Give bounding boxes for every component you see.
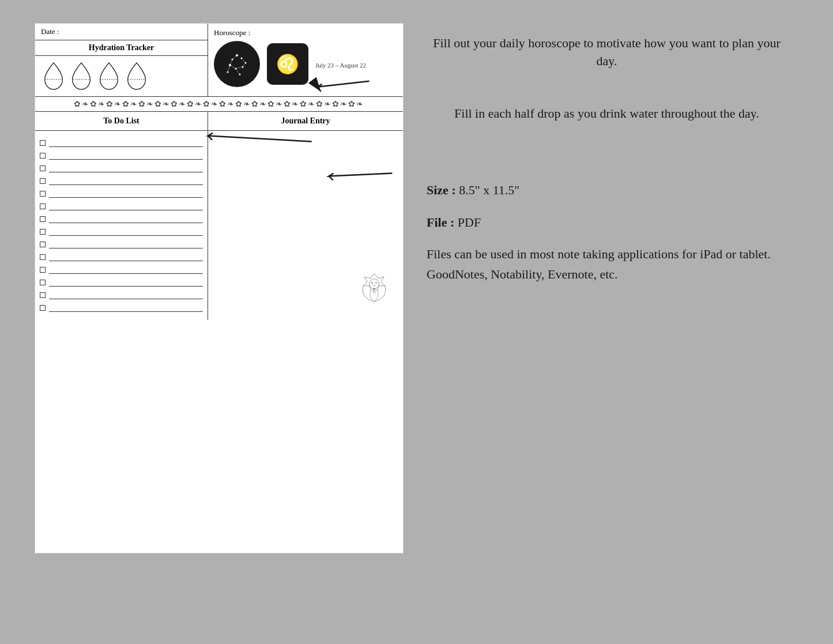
list-item (40, 266, 203, 274)
checkbox-11[interactable] (40, 267, 46, 273)
decorative-divider: ✿❧✿❧✿❧✿❧✿❧✿❧✿❧✿❧✿❧✿❧✿❧✿❧✿❧✿❧✿❧✿❧✿❧✿❧ (35, 97, 403, 112)
list-item (40, 215, 203, 223)
horoscope-col: Horoscope : (208, 24, 403, 96)
svg-point-24 (375, 282, 377, 284)
checkbox-5[interactable] (40, 191, 46, 197)
journal-col: Journal Entry (208, 112, 403, 320)
svg-line-13 (232, 55, 237, 59)
svg-line-14 (230, 59, 232, 65)
checkbox-2[interactable] (40, 153, 46, 159)
checkbox-7[interactable] (40, 216, 46, 222)
todo-col: To Do List (35, 112, 208, 320)
list-item (40, 202, 203, 210)
file-value: PDF (458, 215, 481, 229)
list-item (40, 190, 203, 198)
leo-dates: July 23 – August 22 (315, 62, 366, 69)
svg-line-16 (236, 67, 243, 69)
list-item (40, 139, 203, 147)
water-drop-3 (97, 62, 120, 91)
list-item (40, 240, 203, 248)
water-drop-4 (125, 62, 148, 91)
horoscope-label: Horoscope : (214, 28, 250, 37)
description-col: Fill out your daily horoscope to motivat… (404, 23, 810, 296)
checkbox-12[interactable] (40, 280, 46, 285)
list-item (40, 304, 203, 312)
checkbox-9[interactable] (40, 242, 46, 247)
list-item (40, 164, 203, 172)
constellation-circle (214, 41, 260, 87)
svg-point-22 (369, 279, 379, 289)
horoscope-content: ♌ July 23 – August 22 (214, 41, 366, 87)
files-description: Files can be used in most note taking ap… (427, 244, 787, 284)
checkbox-1[interactable] (40, 140, 46, 146)
checkbox-8[interactable] (40, 229, 46, 235)
file-label: File : (427, 215, 454, 229)
journal-page: Date : Hydration Tracker (35, 23, 404, 553)
bottom-section: To Do List (35, 112, 403, 320)
file-info: File : PDF (427, 212, 787, 232)
list-item (40, 228, 203, 236)
water-drop-2 (70, 62, 93, 91)
svg-line-18 (242, 58, 246, 63)
horoscope-note: Fill out your daily horoscope to motivat… (427, 35, 787, 70)
hydration-title: Hydration Tracker (89, 43, 154, 52)
checkbox-4[interactable] (40, 178, 46, 184)
top-section: Date : Hydration Tracker (35, 24, 403, 97)
list-item (40, 253, 203, 261)
water-drop-1 (42, 62, 65, 91)
lion-watermark-icon (357, 271, 391, 306)
hydration-drops-row (35, 56, 208, 96)
svg-line-15 (230, 65, 236, 69)
date-row: Date : (35, 24, 208, 40)
checkbox-3[interactable] (40, 165, 46, 171)
size-value: 8.5" x 11.5" (459, 183, 519, 197)
checkbox-10[interactable] (40, 254, 46, 260)
leo-badge: ♌ (267, 43, 308, 85)
leo-symbol: ♌ (276, 55, 299, 73)
checkbox-14[interactable] (40, 305, 46, 311)
size-label: Size : (427, 183, 456, 197)
journal-header: Journal Entry (208, 112, 403, 131)
svg-point-23 (371, 282, 373, 284)
hydration-label-row: Hydration Tracker (35, 40, 208, 56)
svg-line-20 (236, 69, 240, 74)
hydration-note: Fill in each half drop as you drink wate… (427, 105, 787, 123)
todo-items (35, 131, 208, 320)
checkbox-13[interactable] (40, 292, 46, 298)
date-label: Date : (41, 27, 59, 36)
page-container: Date : Hydration Tracker (0, 0, 833, 644)
checkbox-6[interactable] (40, 204, 46, 209)
date-hydration-col: Date : Hydration Tracker (35, 24, 208, 96)
constellation-svg (220, 47, 254, 81)
list-item (40, 278, 203, 287)
todo-header: To Do List (35, 112, 208, 131)
size-info: Size : 8.5" x 11.5" (427, 180, 787, 200)
svg-line-19 (228, 65, 230, 72)
svg-line-17 (243, 63, 246, 67)
list-item (40, 291, 203, 299)
list-item (40, 152, 203, 160)
svg-marker-21 (363, 273, 385, 291)
list-item (40, 177, 203, 185)
journal-body[interactable] (208, 131, 403, 317)
